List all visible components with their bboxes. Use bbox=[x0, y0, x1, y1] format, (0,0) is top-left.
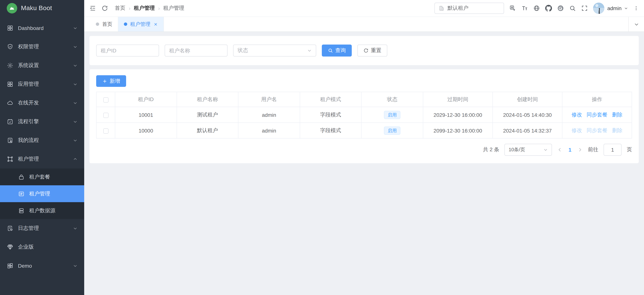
sidebar-collapse-icon[interactable] bbox=[90, 5, 96, 12]
page-size-value: 10条/页 bbox=[508, 146, 525, 153]
user-chevron-down-icon bbox=[624, 6, 628, 11]
log-doc-icon bbox=[7, 225, 14, 232]
sidebar: Maku Boot Dashboard 权限管理 系统设置 应用管理 bbox=[0, 0, 84, 295]
tab-tenant-manage[interactable]: 租户管理 bbox=[118, 17, 164, 32]
search-button[interactable]: 查询 bbox=[322, 45, 352, 57]
app-window: Maku Boot Dashboard 权限管理 系统设置 应用管理 bbox=[0, 0, 644, 295]
avatar[interactable] bbox=[593, 3, 604, 14]
sync-package-link[interactable]: 同步套餐 bbox=[586, 127, 608, 133]
tenant-select[interactable]: 默认租户 bbox=[434, 3, 504, 14]
sidebar-item-applications[interactable]: 应用管理 bbox=[0, 75, 84, 94]
tab-label: 首页 bbox=[102, 21, 112, 28]
sidebar-item-tenant-datasource[interactable]: 租户数据源 bbox=[0, 202, 84, 219]
row-checkbox[interactable] bbox=[103, 113, 108, 118]
sidebar-item-tenant[interactable]: 租户管理 bbox=[0, 150, 84, 168]
logo[interactable]: Maku Boot bbox=[0, 0, 84, 17]
pagination: 共 2 条 10条/页 1 前往 页 bbox=[96, 144, 632, 156]
next-page-icon[interactable] bbox=[578, 147, 583, 152]
cell-tenant-id: 10000 bbox=[115, 123, 176, 138]
gitee-icon[interactable] bbox=[557, 5, 564, 12]
tab-dot bbox=[124, 23, 127, 26]
refresh-icon[interactable] bbox=[102, 5, 108, 12]
font-size-icon[interactable] bbox=[521, 5, 528, 12]
cell-expire-time: 2029-12-30 16:00:00 bbox=[423, 107, 493, 123]
sidebar-item-online-dev[interactable]: 在线开发 bbox=[0, 94, 84, 112]
cell-username: admin bbox=[238, 107, 300, 123]
chevron-down-icon bbox=[73, 26, 78, 30]
sidebar-item-enterprise[interactable]: 企业版 bbox=[0, 238, 84, 256]
status-badge: 启用 bbox=[384, 111, 400, 119]
cell-mode: 字段模式 bbox=[300, 107, 361, 123]
sidebar-item-tenant-manage[interactable]: 租户管理 bbox=[0, 185, 84, 202]
column-header: 创建时间 bbox=[493, 92, 562, 107]
page-number[interactable]: 1 bbox=[568, 147, 572, 153]
demo-grid-icon bbox=[7, 262, 14, 269]
cell-tenant-name: 测试租户 bbox=[176, 107, 238, 123]
sync-package-link[interactable]: 同步套餐 bbox=[586, 111, 608, 117]
header-select-all-cell bbox=[96, 92, 115, 107]
sidebar-item-label: Demo bbox=[18, 263, 68, 269]
sidebar-item-workflow-engine[interactable]: 流程引擎 bbox=[0, 112, 84, 131]
column-header: 租户模式 bbox=[300, 92, 361, 107]
main-area: 首页 › 租户管理 › 租户管理 默认租户 admin bbox=[84, 0, 644, 295]
search-icon[interactable] bbox=[569, 5, 576, 12]
tenant-id-input[interactable] bbox=[96, 45, 159, 57]
breadcrumb: 首页 › 租户管理 › 租户管理 bbox=[115, 5, 184, 12]
chevron-down-icon bbox=[73, 63, 78, 68]
sidebar-item-permission[interactable]: 权限管理 bbox=[0, 38, 84, 56]
goto-label: 前往 bbox=[588, 146, 598, 153]
reset-button[interactable]: 重置 bbox=[357, 45, 387, 57]
topbar: 首页 › 租户管理 › 租户管理 默认租户 admin bbox=[84, 0, 644, 17]
more-vertical-icon[interactable] bbox=[634, 5, 639, 12]
delete-link[interactable]: 删除 bbox=[612, 111, 622, 117]
calendar-check-icon bbox=[7, 118, 14, 125]
tenant-select-value: 默认租户 bbox=[448, 5, 468, 12]
tenant-name-input[interactable] bbox=[165, 45, 228, 57]
column-header: 租户ID bbox=[115, 92, 176, 107]
breadcrumb-tenant[interactable]: 租户管理 bbox=[134, 5, 155, 12]
sidebar-item-label: 租户管理 bbox=[18, 156, 68, 162]
sidebar-item-logs[interactable]: 日志管理 bbox=[0, 219, 84, 238]
translate-icon[interactable] bbox=[509, 5, 516, 12]
select-all-checkbox[interactable] bbox=[103, 97, 108, 102]
sidebar-item-label: 系统设置 bbox=[18, 62, 68, 69]
chevron-down-icon bbox=[307, 48, 312, 53]
sidebar-item-demo[interactable]: Demo bbox=[0, 256, 84, 275]
tab-close-icon[interactable] bbox=[154, 22, 158, 26]
flow-doc-icon bbox=[7, 137, 14, 144]
search-icon bbox=[328, 48, 333, 53]
fullscreen-icon[interactable] bbox=[581, 5, 588, 12]
add-button[interactable]: 新增 bbox=[96, 75, 126, 87]
github-icon[interactable] bbox=[545, 5, 552, 12]
cell-username: admin bbox=[238, 123, 300, 138]
page-size-select[interactable]: 10条/页 bbox=[504, 144, 552, 156]
table-row: 10001 测试租户 admin 字段模式 启用 2029-12-30 16:0… bbox=[96, 107, 632, 123]
tab-options-button[interactable] bbox=[628, 17, 644, 32]
shield-check-icon bbox=[7, 44, 14, 50]
sidebar-item-my-workflow[interactable]: 我的流程 bbox=[0, 131, 84, 150]
search-button-label: 查询 bbox=[335, 47, 346, 54]
sidebar-menu: Dashboard 权限管理 系统设置 应用管理 在线开发 bbox=[0, 17, 84, 295]
logo-mountain-icon bbox=[7, 3, 17, 14]
gear-icon bbox=[7, 62, 14, 69]
delete-link[interactable]: 删除 bbox=[612, 127, 622, 133]
logo-text: Maku Boot bbox=[21, 5, 52, 12]
edit-link[interactable]: 修改 bbox=[572, 111, 582, 117]
cell-actions: 修改同步套餐删除 bbox=[562, 123, 632, 138]
breadcrumb-home[interactable]: 首页 bbox=[115, 5, 125, 12]
sidebar-item-tenant-package[interactable]: 租户套餐 bbox=[0, 168, 84, 185]
sidebar-item-settings[interactable]: 系统设置 bbox=[0, 56, 84, 75]
goto-page-input[interactable] bbox=[604, 144, 622, 156]
tab-home[interactable]: 首页 bbox=[90, 17, 118, 32]
language-globe-icon[interactable] bbox=[533, 5, 540, 12]
status-select-placeholder: 状态 bbox=[238, 47, 248, 54]
status-select[interactable]: 状态 bbox=[233, 45, 316, 57]
prev-page-icon[interactable] bbox=[557, 147, 562, 152]
apps-icon bbox=[7, 81, 14, 88]
row-checkbox[interactable] bbox=[103, 128, 108, 133]
edit-link[interactable]: 修改 bbox=[572, 127, 582, 133]
user-name[interactable]: admin bbox=[607, 5, 622, 11]
table-row: 10000 默认租户 admin 字段模式 启用 2099-12-30 16:0… bbox=[96, 123, 632, 138]
filter-card: 状态 查询 重置 bbox=[90, 36, 639, 65]
sidebar-item-dashboard[interactable]: Dashboard bbox=[0, 19, 84, 38]
